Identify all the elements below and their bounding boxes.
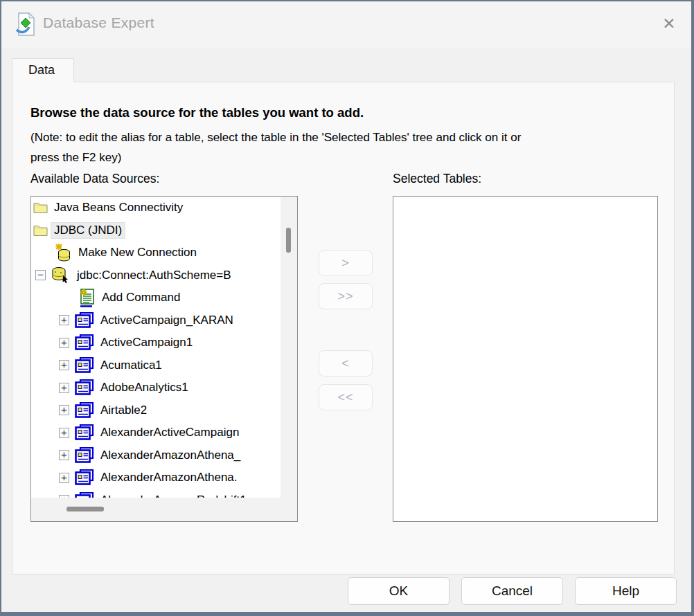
tree-item[interactable]: +AlexanderAmazonRedshift1: [31, 489, 281, 498]
add-one-button[interactable]: >: [319, 250, 373, 276]
window-title: Database Expert: [43, 15, 154, 31]
expander-plus-icon[interactable]: +: [59, 450, 69, 460]
database-expert-app-icon: [15, 12, 36, 37]
tree-item-label: Make New Connection: [75, 245, 199, 260]
remove-all-button[interactable]: <<: [319, 384, 373, 410]
expander-plus-icon[interactable]: +: [59, 383, 69, 393]
tree-item[interactable]: +AlexanderAmazonAthena.: [31, 466, 281, 489]
tree-item[interactable]: +AdobeAnalytics1: [31, 377, 281, 399]
close-icon[interactable]: ✕: [657, 11, 682, 36]
remove-one-button[interactable]: <: [319, 350, 373, 377]
expander-plus-icon[interactable]: +: [59, 473, 69, 483]
horizontal-scrollbar-thumb[interactable]: [66, 507, 104, 511]
table-icon: [75, 334, 94, 351]
table-icon: [75, 492, 94, 498]
tree-item-label: AlexanderActiveCampaign: [98, 425, 242, 440]
tree-item-label: Acumatica1: [98, 358, 165, 373]
tree-item-label: AlexanderAmazonAthena.: [98, 470, 240, 485]
title-bar: Database Expert ✕: [1, 1, 691, 48]
table-icon: [75, 379, 94, 396]
vertical-scrollbar[interactable]: [281, 197, 297, 498]
instruction-heading: Browse the data source for the tables yo…: [30, 105, 364, 120]
instruction-note: (Note: to edit the alias for a table, se…: [30, 127, 675, 167]
tree-item-label: AlexanderAmazonRedshift1: [98, 493, 249, 498]
expander-plus-icon[interactable]: +: [59, 360, 69, 370]
folder-icon: [33, 201, 48, 214]
selected-tables-label: Selected Tables:: [393, 172, 481, 186]
tree-item[interactable]: +AlexanderActiveCampaign: [31, 422, 281, 444]
expander-plus-icon[interactable]: +: [59, 315, 69, 325]
available-sources-label: Available Data Sources:: [30, 172, 159, 186]
tree-item[interactable]: Make New Connection: [31, 242, 281, 264]
tree-item[interactable]: +ActiveCampaign_KARAN: [31, 309, 281, 332]
table-icon: [75, 469, 94, 486]
available-sources-tree[interactable]: Java Beans ConnectivityJDBC (JNDI)Make N…: [30, 196, 298, 522]
tree-item-label: AdobeAnalytics1: [98, 380, 191, 395]
table-icon: [75, 312, 94, 329]
add-all-button[interactable]: >>: [319, 283, 373, 309]
tree-item-label: Add Command: [99, 290, 183, 305]
tree-item[interactable]: Java Beans Connectivity: [31, 197, 281, 219]
expander-minus-icon[interactable]: −: [35, 270, 46, 280]
tree-item[interactable]: +ActiveCampaign1: [31, 332, 281, 354]
new-connection-icon: [53, 243, 72, 262]
database-plug-icon: [51, 266, 71, 284]
tree-item[interactable]: +AlexanderAmazonAthena_: [31, 444, 281, 467]
tree-item[interactable]: −jdbc:Connect:AuthScheme=B: [31, 264, 281, 287]
tree-item[interactable]: +Acumatica1: [31, 354, 281, 377]
cancel-button[interactable]: Cancel: [461, 577, 563, 605]
tree-item-label: ActiveCampaign1: [98, 335, 195, 350]
ok-button[interactable]: OK: [348, 577, 450, 605]
help-button[interactable]: Help: [575, 577, 677, 605]
database-expert-dialog: Database Expert ✕ Data Browse the data s…: [0, 0, 694, 616]
expander-plus-icon[interactable]: +: [59, 338, 69, 348]
table-icon: [75, 447, 94, 464]
expander-plus-icon[interactable]: +: [59, 405, 69, 415]
tree-item-label: ActiveCampaign_KARAN: [98, 313, 236, 328]
vertical-scrollbar-thumb[interactable]: [286, 228, 291, 253]
note-line2: press the F2 key): [30, 151, 121, 164]
add-command-icon: [78, 288, 96, 307]
tree-item[interactable]: +Airtable2: [31, 399, 281, 422]
folder-icon: [33, 224, 48, 237]
tree-item[interactable]: JDBC (JNDI): [31, 219, 281, 242]
tree-item-label: AlexanderAmazonAthena_: [98, 448, 243, 463]
expander-plus-icon[interactable]: +: [59, 428, 69, 438]
note-line1: (Note: to edit the alias for a table, se…: [30, 131, 521, 144]
tree-item-label: jdbc:Connect:AuthScheme=B: [74, 268, 234, 283]
selected-tables-list[interactable]: [393, 196, 658, 522]
table-icon: [75, 424, 94, 441]
tree-viewport: Java Beans ConnectivityJDBC (JNDI)Make N…: [31, 197, 281, 498]
tree-item-label: Airtable2: [98, 403, 150, 418]
horizontal-scrollbar[interactable]: [31, 498, 297, 521]
table-icon: [75, 357, 94, 374]
table-icon: [75, 402, 94, 419]
tree-item-label: Java Beans Connectivity: [51, 200, 186, 215]
tree-item[interactable]: Add Command: [31, 287, 281, 309]
tab-data[interactable]: Data: [12, 58, 74, 82]
tree-item-label: JDBC (JNDI): [51, 223, 125, 238]
